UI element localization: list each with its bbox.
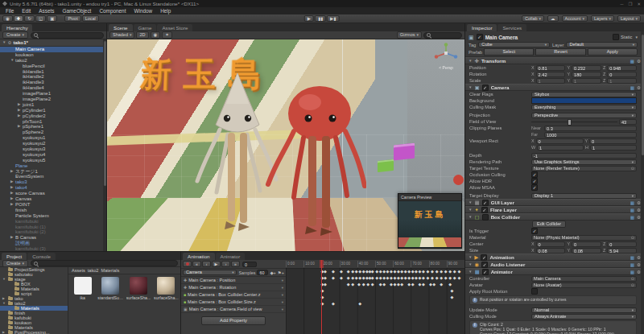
- project-folder[interactable]: ▶ PostProcessing...: [0, 330, 68, 334]
- near-field[interactable]: 0.3: [544, 126, 637, 131]
- keyframe-position[interactable]: ◆: [431, 275, 434, 280]
- keyframe-position[interactable]: ◆: [379, 275, 382, 280]
- component-header-flare-layer[interactable]: ▼✦✓Flare Layer▦⚙: [465, 206, 644, 213]
- scene-tab[interactable]: Game: [134, 24, 157, 31]
- x-field[interactable]: 0: [536, 138, 584, 144]
- center-x-field[interactable]: 0: [536, 241, 566, 247]
- scene-orientation-gizmo[interactable]: < Persp: [432, 43, 460, 70]
- hierarchy-item[interactable]: EventSystem: [0, 174, 106, 179]
- keyframe-field-of-view[interactable]: ◆: [358, 301, 361, 306]
- anim-play-button[interactable]: ▶: [212, 261, 221, 267]
- keyframe-position[interactable]: ◆: [355, 275, 358, 280]
- prefab-select-button[interactable]: Select: [484, 48, 534, 56]
- layout-dropdown[interactable]: Layout▾: [617, 15, 641, 22]
- keyframe-position[interactable]: ◆: [448, 275, 452, 280]
- keyframe-combined[interactable]: ◆: [371, 269, 374, 274]
- keyframe-position[interactable]: ◆: [422, 275, 425, 280]
- last-frame-button[interactable]: »: [231, 261, 240, 267]
- collab-dropdown[interactable]: Collab▾: [522, 15, 544, 22]
- component-header-animation[interactable]: ▼▶✓Animation▦⚙: [465, 254, 644, 261]
- add-event-icon[interactable]: ⚑+: [278, 270, 284, 275]
- size-z-field[interactable]: 5.94: [607, 248, 637, 254]
- add-keyframe-icon[interactable]: ◆+: [270, 270, 275, 275]
- animation-tab[interactable]: Animator: [216, 253, 246, 260]
- hierarchy-item[interactable]: ikHandle1: [0, 69, 106, 75]
- keyframe-combined[interactable]: ◆: [386, 269, 390, 274]
- component-header-gui-layer[interactable]: ▼▦✓GUI Layer▦⚙: [465, 199, 644, 206]
- y-field[interactable]: 0: [589, 138, 637, 144]
- component-enabled-checkbox[interactable]: [482, 214, 489, 221]
- keyframe-rotation[interactable]: ◆: [422, 282, 425, 287]
- playhead-handle[interactable]: [320, 260, 324, 268]
- keyframe-rotation[interactable]: ◆: [397, 282, 400, 287]
- hierarchy-item[interactable]: koukaon: [0, 52, 106, 58]
- hierarchy-item[interactable]: ▶tako3: [0, 179, 106, 185]
- asset-item[interactable]: surfaceSha...: [126, 277, 151, 300]
- keyframe-rotation[interactable]: ◆: [411, 282, 415, 287]
- menu-item[interactable]: Window: [130, 8, 156, 14]
- far-field[interactable]: 1000: [544, 132, 637, 138]
- target-display-dropdown[interactable]: Display 1▾: [531, 193, 637, 199]
- hierarchy-scrollbar[interactable]: [103, 39, 106, 251]
- 2d-toggle-button[interactable]: 2D: [136, 31, 148, 39]
- target-texture-object-field[interactable]: None (Render Texture)⊙: [531, 166, 637, 171]
- keyframe-combined[interactable]: ◆: [400, 269, 403, 274]
- keyframe-position[interactable]: ◆: [407, 275, 411, 280]
- avatar-object-field[interactable]: None (Avatar)⊙: [531, 282, 637, 288]
- keyframe-combined[interactable]: ◆: [422, 269, 425, 274]
- keyframe-rotation[interactable]: ◆: [400, 282, 403, 287]
- component-header-animator[interactable]: ▼▦✓Animator▦⚙: [465, 268, 644, 275]
- playhead[interactable]: [321, 260, 322, 334]
- hierarchy-item[interactable]: ▶score Canvas: [0, 191, 106, 196]
- hierarchy-item[interactable]: imagePlane1: [0, 91, 106, 97]
- keyframe-position[interactable]: ◆: [358, 275, 361, 280]
- keyframe-combined[interactable]: ◆: [457, 269, 460, 274]
- breadcrumb-item[interactable]: tako2: [88, 268, 99, 273]
- depth-field[interactable]: -1: [531, 153, 637, 159]
- component-enabled-checkbox[interactable]: ✓: [482, 200, 489, 206]
- size-x-field[interactable]: 0.08: [536, 248, 566, 254]
- keyframe-position[interactable]: ◆: [415, 275, 418, 280]
- menu-item[interactable]: GameObject: [59, 8, 96, 14]
- first-frame-button[interactable]: «: [192, 261, 201, 267]
- scene-tab[interactable]: Scene: [109, 24, 133, 31]
- persp-label[interactable]: < Persp: [432, 65, 460, 70]
- update-mode-dropdown[interactable]: Normal▾: [531, 307, 637, 313]
- asset-item[interactable]: surfaceSha...: [154, 277, 179, 300]
- keyframe-position[interactable]: ◆: [400, 275, 403, 280]
- w-field[interactable]: 1: [537, 145, 584, 151]
- prefab-revert-button[interactable]: Revert: [535, 48, 585, 56]
- gameobject-name[interactable]: Main Camera: [485, 35, 518, 40]
- hierarchy-item[interactable]: syokusyu1: [0, 135, 106, 141]
- keyframe-position[interactable]: ◆: [419, 275, 422, 280]
- reference-icon[interactable]: ▦: [630, 59, 634, 64]
- hierarchy-item[interactable]: pSphere2: [0, 130, 106, 135]
- keyframe-combined[interactable]: ◆: [404, 269, 407, 274]
- pivot-toggle-button[interactable]: Pivot: [64, 15, 80, 22]
- hierarchy-item[interactable]: kamifubuki (1): [0, 225, 106, 230]
- keyframe-rotation[interactable]: ◆: [393, 282, 396, 287]
- hierarchy-item[interactable]: Plane: [0, 163, 106, 169]
- keyframe-rotation[interactable]: ◆: [347, 282, 350, 287]
- keyframe-rotation[interactable]: ◆: [379, 282, 382, 287]
- hierarchy-item[interactable]: kamifubuki: [0, 219, 106, 225]
- scene-effects-icon[interactable]: ✦: [162, 31, 172, 39]
- keyframe-combined[interactable]: ◆: [436, 269, 439, 274]
- inspector-tab[interactable]: Services: [497, 24, 526, 31]
- keyframe-position[interactable]: ◆: [390, 275, 393, 280]
- keyframe-rotation[interactable]: ◆: [357, 282, 361, 287]
- keyframe-combined[interactable]: ◆: [347, 269, 350, 274]
- keyframe-rotation[interactable]: ◆: [351, 282, 354, 287]
- project-create-button[interactable]: Create▾: [2, 260, 28, 267]
- rotation-z-field[interactable]: 0: [607, 72, 637, 77]
- rect-tool-icon[interactable]: ▣: [47, 15, 57, 22]
- rotation-x-field[interactable]: 2.42: [536, 72, 566, 77]
- hierarchy-item[interactable]: finish: [0, 208, 106, 213]
- component-enabled-checkbox[interactable]: ✓: [482, 269, 489, 275]
- reference-icon[interactable]: ▦: [630, 208, 634, 212]
- center-y-field[interactable]: 0: [572, 241, 601, 247]
- projection-dropdown[interactable]: Perspective▾: [531, 113, 637, 118]
- hierarchy-item[interactable]: bluePencil: [0, 64, 106, 69]
- allow-msaa-checkbox[interactable]: ✓: [531, 184, 538, 191]
- hierarchy-item[interactable]: syokusyu4: [0, 152, 106, 158]
